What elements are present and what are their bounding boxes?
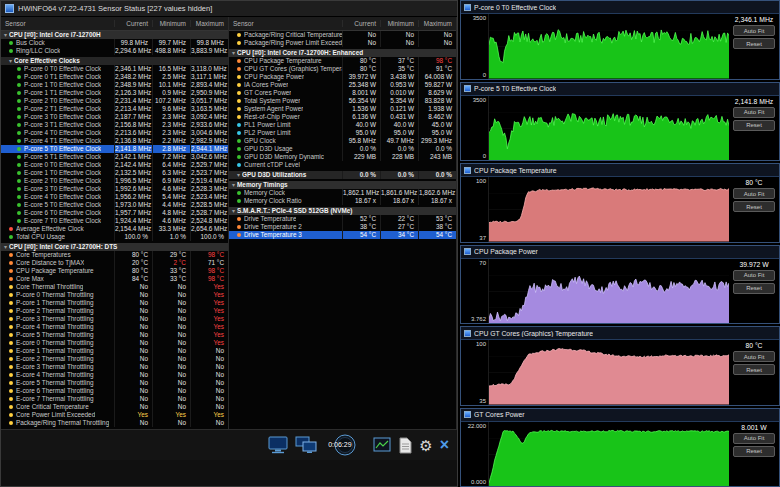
auto-fit-button[interactable]: Auto Fit (733, 188, 775, 199)
column-header-minimum[interactable]: Minimum (152, 20, 190, 27)
sensor-row[interactable]: Ring/LLC Clock2,294.6 MHz498.8 MHz3,883.… (1, 47, 228, 55)
sensor-row[interactable]: Package/Ring Power Limit ExceededNoNoNo (229, 39, 456, 47)
sensor-row[interactable]: GPU D3D Usage0.0 %0.0 %0.0 % (229, 145, 456, 153)
sensor-row[interactable]: GT Cores Power8.001 W0.010 W8.629 W (229, 89, 456, 97)
sensor-row[interactable]: E-core 7 Thermal ThrottlingNoNoNo (1, 395, 228, 403)
expander-icon[interactable]: ▾ (1, 57, 14, 65)
section-row[interactable]: ▾S.M.A.R.T.: PCIe-4 SSD 512GB (NVMe) (229, 207, 456, 215)
sensor-row[interactable]: E-core 2 T0 Effective Clock1,996.5 MHz6.… (1, 177, 228, 185)
column-header-maximum[interactable]: Maximum (190, 20, 228, 27)
auto-fit-button[interactable]: Auto Fit (733, 25, 775, 36)
sensor-row[interactable]: CPU GT Cores (Graphics) Temperature80 °C… (229, 65, 456, 73)
graph-title-bar[interactable]: P-core 0 T0 Effective Clock (461, 1, 779, 14)
sensor-row[interactable]: Memory Clock1,862.1 MHz1,861.6 MHz1,862.… (229, 189, 456, 197)
sensor-row[interactable]: P-core 0 T0 Effective Clock2,346.1 MHz16… (1, 65, 228, 73)
reset-button[interactable]: Reset (733, 283, 775, 294)
sensor-row[interactable]: P-core 0 Thermal ThrottlingNoNoYes (1, 291, 228, 299)
column-header-current[interactable]: Current (342, 20, 380, 27)
expander-icon[interactable]: ▾ (229, 207, 237, 215)
sensor-row[interactable]: E-core 5 T0 Effective Clock1,973.0 MHz4.… (1, 201, 228, 209)
graph-title-bar[interactable]: P-core 5 T0 Effective Clock (461, 83, 779, 96)
graph-panel-button[interactable] (373, 437, 391, 453)
report-button[interactable] (398, 437, 412, 454)
sensor-row[interactable]: E-core 3 Thermal ThrottlingNoNoNo (1, 363, 228, 371)
reset-button[interactable]: Reset (733, 364, 775, 375)
graph-title-bar[interactable]: CPU Package Temperature (461, 164, 779, 177)
reset-button[interactable]: Reset (733, 120, 775, 131)
sensor-row[interactable]: GPU Clock95.8 MHz49.7 MHz299.3 MHz (229, 137, 456, 145)
column-header-maximum[interactable]: Maximum (418, 20, 456, 27)
sensor-row[interactable]: Drive Temperature 354 °C34 °C54 °C (229, 231, 456, 239)
expander-icon[interactable]: ▾ (1, 243, 9, 251)
sensor-row[interactable]: P-core 5 T0 Effective Clock2,141.8 MHz2.… (1, 145, 228, 153)
column-header-sensor[interactable]: Sensor (229, 20, 342, 27)
auto-fit-button[interactable]: Auto Fit (733, 107, 775, 118)
section-row[interactable]: ▾CPU [#0]: Intel Core i7-12700H: Enhance… (229, 49, 456, 57)
column-header-minimum[interactable]: Minimum (380, 20, 418, 27)
sensor-row[interactable]: E-core 7 T0 Effective Clock1,924.4 MHz4.… (1, 217, 228, 225)
sensor-row[interactable]: E-core 0 T0 Effective Clock2,142.4 MHz6.… (1, 161, 228, 169)
sensor-row[interactable]: CPU Package Power39.972 W3.438 W64.008 W (229, 73, 456, 81)
dual-monitor-button[interactable] (295, 436, 317, 454)
sensor-row[interactable]: Core Thermal ThrottlingNoNoYes (1, 283, 228, 291)
sensor-row[interactable]: E-core 3 T0 Effective Clock1,992.6 MHz4.… (1, 185, 228, 193)
sensor-row[interactable]: GPU D3D Memory Dynamic229 MB228 MB243 MB (229, 153, 456, 161)
sensor-row[interactable]: CPU Package Temperature80 °C37 °C98 °C (229, 57, 456, 65)
sensor-row[interactable]: P-core 1 T0 Effective Clock2,348.9 MHz10… (1, 81, 228, 89)
sensor-row[interactable]: Drive Temperature 238 °C27 °C38 °C (229, 223, 456, 231)
sensor-row[interactable]: P-core 1 Thermal ThrottlingNoNoYes (1, 299, 228, 307)
sensor-row[interactable]: P-core 3 T1 Effective Clock2,156.8 MHz2.… (1, 121, 228, 129)
sensor-row[interactable]: P-core 4 T0 Effective Clock2,213.6 MHz2.… (1, 129, 228, 137)
expander-icon[interactable]: ▾ (229, 171, 242, 179)
title-bar[interactable]: HWiNFO64 v7.22-4731 Sensor Status [227 v… (1, 1, 457, 17)
sensor-row[interactable]: Core Critical TemperatureNoNoNo (1, 403, 228, 411)
section-row[interactable]: ▾CPU [#0]: Intel Core i7-12700H (1, 31, 228, 39)
sensor-row[interactable]: Package/Ring Thermal ThrottlingNoNoNo (1, 419, 228, 427)
sensor-row[interactable]: E-core 4 T0 Effective Clock1,956.2 MHz5.… (1, 193, 228, 201)
sensor-row[interactable]: E-core 4 Thermal ThrottlingNoNoNo (1, 371, 228, 379)
auto-fit-button[interactable]: Auto Fit (733, 351, 775, 362)
sensor-row[interactable]: PL1 Power Limit40.0 W40.0 W45.0 W (229, 121, 456, 129)
sensor-row[interactable]: E-core 2 Thermal ThrottlingNoNoNo (1, 355, 228, 363)
sensor-row[interactable]: Current cTDP Level (229, 161, 456, 169)
sensor-row[interactable]: Core Max84 °C33 °C98 °C (1, 275, 228, 283)
sensor-row[interactable]: P-core 1 T1 Effective Clock2,126.3 MHz0.… (1, 89, 228, 97)
sensor-row[interactable]: P-core 3 Thermal ThrottlingNoNoYes (1, 315, 228, 323)
sensor-row[interactable]: CPU Package Temperature80 °C33 °C98 °C (1, 267, 228, 275)
sensor-row[interactable]: P-core 2 Thermal ThrottlingNoNoYes (1, 307, 228, 315)
sensor-row[interactable]: PL2 Power Limit95.0 W95.0 W95.0 W (229, 129, 456, 137)
sensors-monitor-button[interactable] (268, 436, 288, 454)
sensor-row[interactable]: P-core 2 T0 Effective Clock2,231.4 MHz10… (1, 97, 228, 105)
sensor-row[interactable]: System Agent Power1.536 W0.121 W1.938 W (229, 105, 456, 113)
close-button[interactable]: × (440, 437, 449, 453)
uptime-clock-button[interactable]: 0:06:29 (324, 433, 366, 457)
sensor-row[interactable]: P-core 5 T1 Effective Clock2,142.1 MHz7.… (1, 153, 228, 161)
sensor-row[interactable]: Total CPU Usage100.0 %1.0 %100.0 % (1, 233, 228, 241)
sensor-row[interactable]: E-core 1 Thermal ThrottlingNoNoNo (1, 347, 228, 355)
section-row[interactable]: ▾Core Effective Clocks (1, 57, 228, 65)
sensor-row[interactable]: Drive Temperature52 °C22 °C53 °C (229, 215, 456, 223)
column-header-sensor[interactable]: Sensor (1, 20, 114, 27)
sensor-row[interactable]: IA Cores Power25.348 W0.953 W59.827 W (229, 81, 456, 89)
section-row[interactable]: ▾Memory Timings (229, 181, 456, 189)
sensor-row[interactable]: Rest-of-Chip Power6.136 W0.431 W8.462 W (229, 113, 456, 121)
sensor-row[interactable]: P-core 0 T1 Effective Clock2,348.2 MHz2.… (1, 73, 228, 81)
sensor-row[interactable]: Average Effective Clock2,154.4 MHz33.3 M… (1, 225, 228, 233)
sensor-row[interactable]: E-core 0 Thermal ThrottlingNoNoYes (1, 339, 228, 347)
sensor-row[interactable]: E-core 6 Thermal ThrottlingNoNoNo (1, 387, 228, 395)
sensor-row[interactable]: P-core 5 Thermal ThrottlingNoNoYes (1, 331, 228, 339)
expander-icon[interactable]: ▾ (1, 31, 9, 39)
sensor-row[interactable]: Core Power Limit ExceededYesYesYes (1, 411, 228, 419)
section-row[interactable]: ▾CPU [#0]: Intel Core i7-12700H: DTS (1, 243, 228, 251)
graph-title-bar[interactable]: GT Cores Power (461, 409, 779, 422)
section-row[interactable]: ▾GPU D3D Utilizations0.0 %0.0 %0.0 % (229, 171, 456, 179)
reset-button[interactable]: Reset (733, 201, 775, 212)
settings-button[interactable]: ⚙ (419, 438, 432, 453)
reset-button[interactable]: Reset (733, 38, 775, 49)
sensor-row[interactable]: Bus Clock99.8 MHz99.7 MHz99.8 MHz (1, 39, 228, 47)
sensor-row[interactable]: P-core 4 T1 Effective Clock2,136.8 MHz2.… (1, 137, 228, 145)
sensor-row[interactable]: Total System Power56.354 W5.354 W83.828 … (229, 97, 456, 105)
sensor-row[interactable]: Memory Clock Ratio18.67 x18.67 x18.67 x (229, 197, 456, 205)
column-header-current[interactable]: Current (114, 20, 152, 27)
auto-fit-button[interactable]: Auto Fit (733, 433, 775, 444)
